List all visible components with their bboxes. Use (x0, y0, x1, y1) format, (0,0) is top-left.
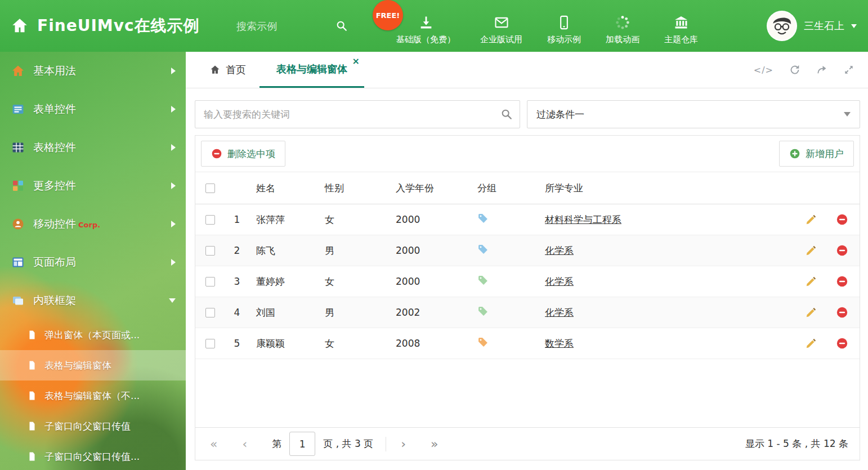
top-header: FineUIMvc在线示例 FREE! 基础版（免费） 企业版试用 移动示例 加… (0, 0, 868, 52)
sidebar-item-iframe[interactable]: 内联框架 (0, 281, 186, 320)
form-icon (11, 102, 25, 116)
first-page-icon[interactable]: « (210, 438, 217, 450)
search-icon[interactable] (500, 108, 513, 120)
edit-icon[interactable] (805, 213, 817, 226)
sidebar-item-more-controls[interactable]: 更多控件 (0, 167, 186, 205)
row-checkbox[interactable] (205, 246, 215, 256)
delete-icon[interactable] (836, 306, 848, 319)
sidebar-item-basic-usage[interactable]: 基本用法 (0, 52, 186, 90)
keyword-search (195, 100, 520, 128)
prev-page-icon[interactable]: ‹ (242, 438, 247, 450)
cell-gender: 女 (318, 275, 389, 288)
expand-icon[interactable] (843, 64, 854, 75)
minus-circle-icon (211, 148, 222, 159)
nav-loading-animation[interactable]: 加载动画 (606, 7, 639, 45)
chevron-right-icon (171, 259, 176, 266)
top-search-input[interactable] (236, 20, 310, 32)
table-row: 4 刘国 男 2002 化学系 (195, 297, 860, 328)
sidebar-subitem-child-to-parent[interactable]: 子窗口向父窗口传值 (0, 411, 186, 441)
major-link[interactable]: 化学系 (545, 307, 574, 318)
brand[interactable]: FineUIMvc在线示例 (0, 15, 236, 37)
cell-year: 2002 (389, 307, 471, 318)
sidebar-item-label: 内联框架 (33, 293, 160, 308)
nav-enterprise-trial[interactable]: 企业版试用 (480, 7, 522, 45)
app-title: FineUIMvc在线示例 (37, 15, 200, 37)
delete-icon[interactable] (836, 275, 848, 288)
spinner-icon (615, 15, 630, 30)
top-nav: FREE! 基础版（免费） 企业版试用 移动示例 加载动画 主题仓库 (396, 7, 698, 45)
tag-icon[interactable] (477, 337, 489, 348)
column-header-name: 姓名 (249, 182, 318, 195)
user-menu[interactable]: 三生石上 (767, 11, 868, 41)
close-icon[interactable]: × (352, 57, 360, 66)
search-icon[interactable] (335, 20, 348, 32)
sidebar-subitem-popup-window[interactable]: 弹出窗体（本页面或... (0, 320, 186, 350)
mobile-icon (11, 217, 25, 231)
add-user-button[interactable]: 新增用户 (779, 141, 854, 167)
sidebar-subitem-grid-edit-window-2[interactable]: 表格与编辑窗体（不... (0, 381, 186, 411)
edit-icon[interactable] (805, 337, 817, 350)
tag-icon[interactable] (477, 275, 489, 286)
keyword-search-input[interactable] (195, 100, 520, 128)
delete-icon[interactable] (836, 337, 848, 350)
sidebar-subitem-child-to-parent-2[interactable]: 子窗口向父窗口传值... (0, 441, 186, 470)
tag-icon[interactable] (477, 306, 489, 317)
user-name: 三生石上 (804, 19, 844, 33)
row-checkbox[interactable] (205, 339, 215, 348)
file-icon (27, 360, 37, 370)
major-link[interactable]: 化学系 (545, 276, 574, 287)
file-icon (27, 421, 37, 431)
next-page-icon[interactable]: › (401, 438, 406, 450)
code-icon[interactable]: </> (754, 65, 773, 75)
row-checkbox[interactable] (205, 277, 215, 287)
nav-label: 主题仓库 (664, 34, 698, 45)
nav-mobile-demo[interactable]: 移动示例 (547, 7, 581, 45)
table-row: 2 陈飞 男 2000 化学系 (195, 235, 860, 266)
cell-year: 2000 (389, 276, 471, 287)
file-icon (27, 330, 37, 340)
share-icon[interactable] (816, 64, 827, 75)
delete-icon[interactable] (836, 213, 848, 226)
tab-grid-edit-window[interactable]: 表格与编辑窗体 × (259, 52, 364, 88)
row-checkbox[interactable] (205, 215, 215, 225)
nav-theme-repo[interactable]: 主题仓库 (664, 7, 698, 45)
sidebar-item-mobile-controls[interactable]: 移动控件Corp. (0, 205, 186, 243)
cell-name: 董婷婷 (249, 275, 318, 288)
sidebar-item-form-controls[interactable]: 表单控件 (0, 90, 186, 128)
major-link[interactable]: 数学系 (545, 338, 574, 349)
tab-home[interactable]: 首页 (196, 52, 259, 88)
major-link[interactable]: 化学系 (545, 245, 574, 256)
sidebar-item-label: 表单控件 (33, 102, 163, 117)
top-search (236, 20, 358, 32)
page-number-input[interactable] (289, 432, 315, 456)
delete-selected-button[interactable]: 删除选中项 (201, 141, 285, 167)
sidebar-subitem-label: 表格与编辑窗体（不... (44, 390, 178, 402)
chevron-right-icon (171, 68, 176, 74)
tag-icon[interactable] (477, 244, 489, 255)
row-checkbox[interactable] (205, 308, 215, 317)
blocks-icon (11, 179, 25, 193)
sidebar-subitem-label: 表格与编辑窗体 (44, 359, 178, 372)
tab-label: 首页 (226, 63, 246, 77)
file-icon (27, 451, 37, 462)
chevron-right-icon (171, 144, 176, 151)
sidebar-item-grid-controls[interactable]: 表格控件 (0, 128, 186, 167)
last-page-icon[interactable]: » (431, 438, 438, 450)
refresh-icon[interactable] (789, 64, 800, 75)
edit-icon[interactable] (805, 275, 817, 288)
delete-icon[interactable] (836, 244, 848, 257)
edit-icon[interactable] (805, 306, 817, 319)
corp-badge: Corp. (78, 221, 100, 229)
frame-icon (11, 294, 25, 307)
filter-dropdown[interactable]: 过滤条件一 (527, 100, 860, 128)
row-number: 4 (225, 307, 249, 318)
edit-icon[interactable] (805, 244, 817, 257)
tag-icon[interactable] (477, 213, 489, 224)
major-link[interactable]: 材料科学与工程系 (545, 214, 621, 225)
select-all-checkbox[interactable] (205, 183, 215, 193)
chevron-down-icon (851, 24, 857, 28)
sidebar-item-page-layout[interactable]: 页面布局 (0, 243, 186, 281)
sidebar-subitem-label: 弹出窗体（本页面或... (44, 329, 178, 342)
nav-basic-free[interactable]: FREE! 基础版（免费） (396, 7, 455, 45)
sidebar-subitem-grid-edit-window[interactable]: 表格与编辑窗体 (0, 350, 186, 381)
